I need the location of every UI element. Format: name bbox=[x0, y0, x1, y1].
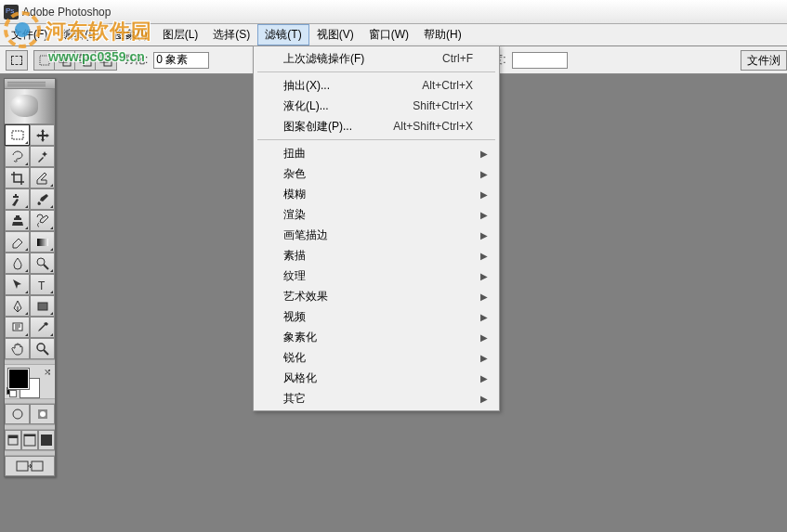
clone-stamp-tool-icon[interactable] bbox=[5, 210, 30, 231]
healing-brush-tool-icon[interactable] bbox=[5, 188, 30, 210]
type-tool-icon[interactable]: T bbox=[30, 274, 55, 295]
selection-intersect-icon[interactable] bbox=[96, 51, 116, 70]
submenu-arrow-icon: ▶ bbox=[480, 373, 488, 383]
menu-texture[interactable]: 纹理▶ bbox=[256, 266, 497, 286]
menu-last-filter[interactable]: 上次滤镜操作(F)Ctrl+F bbox=[256, 48, 497, 69]
menu-separator bbox=[257, 139, 495, 140]
feather-input[interactable] bbox=[153, 52, 209, 69]
menu-image[interactable]: 图象(I) bbox=[107, 24, 154, 45]
submenu-arrow-icon: ▶ bbox=[480, 353, 488, 363]
selection-add-icon[interactable] bbox=[55, 51, 75, 70]
menu-pixelate[interactable]: 象素化▶ bbox=[256, 327, 497, 347]
submenu-arrow-icon: ▶ bbox=[480, 271, 488, 281]
file-browser-button[interactable]: 文件浏 bbox=[741, 50, 787, 71]
selection-mode-group bbox=[33, 50, 117, 71]
filter-menu-dropdown: 上次滤镜操作(F)Ctrl+F 抽出(X)...Alt+Ctrl+X 液化(L)… bbox=[253, 45, 500, 411]
menu-stylize[interactable]: 风格化▶ bbox=[256, 368, 497, 388]
dodge-tool-icon[interactable] bbox=[30, 253, 55, 274]
menu-brush-strokes[interactable]: 画笔描边▶ bbox=[256, 225, 497, 245]
svg-point-16 bbox=[37, 344, 45, 351]
app-icon bbox=[4, 5, 19, 19]
screen-full-icon[interactable] bbox=[38, 430, 55, 450]
svg-rect-24 bbox=[41, 435, 52, 446]
svg-text:T: T bbox=[38, 279, 46, 292]
svg-point-17 bbox=[13, 409, 22, 419]
svg-rect-26 bbox=[32, 461, 43, 471]
submenu-arrow-icon: ▶ bbox=[480, 169, 488, 179]
move-tool-icon[interactable] bbox=[30, 124, 55, 146]
height-input[interactable] bbox=[512, 52, 568, 69]
submenu-arrow-icon: ▶ bbox=[480, 149, 488, 159]
slice-tool-icon[interactable] bbox=[30, 167, 55, 188]
submenu-arrow-icon: ▶ bbox=[480, 230, 488, 240]
menu-distort[interactable]: 扭曲▶ bbox=[256, 143, 497, 163]
menu-select[interactable]: 选择(S) bbox=[205, 24, 257, 45]
screen-full-menubar-icon[interactable] bbox=[21, 430, 38, 450]
svg-rect-4 bbox=[84, 58, 91, 66]
submenu-arrow-icon: ▶ bbox=[480, 189, 488, 200]
lasso-tool-icon[interactable] bbox=[5, 146, 30, 167]
menu-sharpen[interactable]: 锐化▶ bbox=[256, 347, 497, 368]
crop-tool-icon[interactable] bbox=[5, 167, 30, 188]
menu-help[interactable]: 帮助(H) bbox=[416, 24, 469, 45]
history-brush-tool-icon[interactable] bbox=[30, 210, 55, 231]
menu-video[interactable]: 视频▶ bbox=[256, 306, 497, 327]
submenu-arrow-icon: ▶ bbox=[480, 332, 488, 343]
pen-tool-icon[interactable] bbox=[5, 295, 30, 317]
brush-tool-icon[interactable] bbox=[30, 188, 55, 210]
toolbox-drag-handle[interactable] bbox=[5, 79, 55, 89]
swap-colors-icon[interactable]: ⤭ bbox=[44, 367, 51, 377]
menu-render[interactable]: 渲染▶ bbox=[256, 204, 497, 225]
menu-bar: 文件(F) 编辑(E) 图象(I) 图层(L) 选择(S) 滤镜(T) 视图(V… bbox=[0, 24, 787, 46]
hand-tool-icon[interactable] bbox=[5, 338, 30, 359]
selection-new-icon[interactable] bbox=[34, 51, 55, 70]
submenu-arrow-icon: ▶ bbox=[480, 251, 488, 261]
shape-tool-icon[interactable] bbox=[30, 295, 55, 317]
menu-other[interactable]: 其它▶ bbox=[256, 388, 497, 409]
menu-artistic[interactable]: 艺术效果▶ bbox=[256, 286, 497, 306]
menu-noise[interactable]: 杂色▶ bbox=[256, 163, 497, 184]
document-thumbnail bbox=[5, 89, 55, 124]
color-swatch: ⤭ bbox=[5, 365, 55, 398]
svg-rect-25 bbox=[17, 461, 28, 471]
menu-file[interactable]: 文件(F) bbox=[4, 24, 55, 45]
menu-edit[interactable]: 编辑(E) bbox=[55, 24, 107, 45]
menu-blur[interactable]: 模糊▶ bbox=[256, 184, 497, 204]
toolbox-panel[interactable]: T ⤭ bbox=[4, 78, 56, 477]
jump-to-imageready-icon[interactable] bbox=[5, 456, 55, 476]
svg-rect-7 bbox=[104, 58, 108, 62]
menu-extract[interactable]: 抽出(X)...Alt+Ctrl+X bbox=[256, 75, 497, 96]
notes-tool-icon[interactable] bbox=[5, 317, 30, 338]
menu-window[interactable]: 窗口(W) bbox=[361, 24, 416, 45]
app-title: Adobe Photoshop bbox=[22, 6, 111, 19]
selection-subtract-icon[interactable] bbox=[75, 51, 96, 70]
blur-tool-icon[interactable] bbox=[5, 253, 30, 274]
current-tool-icon[interactable] bbox=[6, 50, 28, 71]
standard-mode-icon[interactable] bbox=[5, 404, 30, 424]
zoom-tool-icon[interactable] bbox=[30, 338, 55, 359]
path-selection-tool-icon[interactable] bbox=[5, 274, 30, 295]
svg-rect-11 bbox=[37, 239, 48, 246]
feather-label: 羽化: bbox=[123, 52, 148, 68]
submenu-arrow-icon: ▶ bbox=[480, 394, 488, 404]
menu-view[interactable]: 视图(V) bbox=[309, 24, 361, 45]
eraser-tool-icon[interactable] bbox=[5, 231, 30, 253]
svg-rect-14 bbox=[38, 303, 47, 310]
svg-point-12 bbox=[37, 258, 45, 266]
menu-separator bbox=[257, 71, 495, 72]
menu-sketch[interactable]: 素描▶ bbox=[256, 245, 497, 266]
quickmask-mode-icon[interactable] bbox=[30, 404, 55, 424]
magic-wand-tool-icon[interactable] bbox=[30, 146, 55, 167]
eyedropper-tool-icon[interactable] bbox=[30, 317, 55, 338]
menu-filter[interactable]: 滤镜(T) bbox=[257, 24, 308, 45]
gradient-tool-icon[interactable] bbox=[30, 231, 55, 253]
screen-standard-icon[interactable] bbox=[5, 430, 21, 450]
menu-pattern-maker[interactable]: 图案创建(P)...Alt+Shift+Ctrl+X bbox=[256, 116, 497, 136]
foreground-color[interactable] bbox=[8, 369, 29, 389]
menu-liquify[interactable]: 液化(L)...Shift+Ctrl+X bbox=[256, 96, 497, 116]
marquee-tool-icon[interactable] bbox=[5, 124, 30, 146]
submenu-arrow-icon: ▶ bbox=[480, 312, 488, 322]
svg-rect-10 bbox=[13, 196, 19, 198]
menu-layer[interactable]: 图层(L) bbox=[155, 24, 206, 45]
svg-point-19 bbox=[40, 411, 46, 417]
